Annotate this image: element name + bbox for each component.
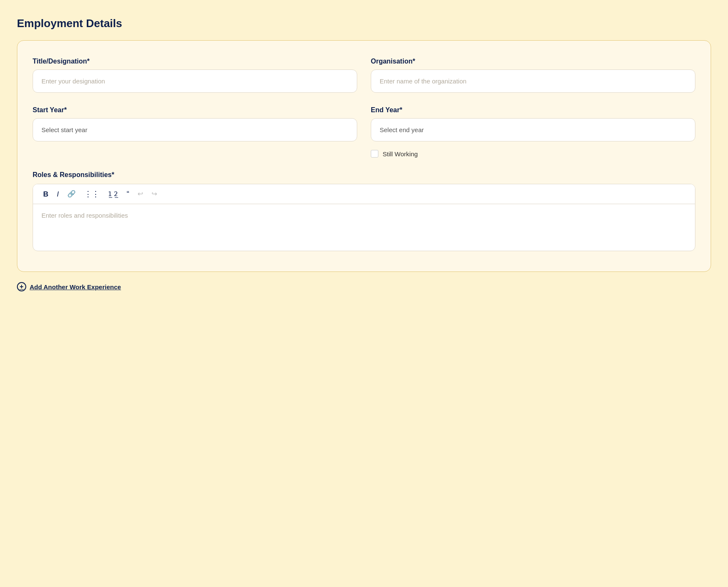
start-year-group: Start Year* Select start year (33, 106, 357, 158)
bold-button[interactable]: B (40, 189, 52, 199)
undo-icon: ↩ (138, 190, 143, 197)
roles-label: Roles & Responsibilities* (33, 171, 695, 179)
page-title: Employment Details (17, 17, 711, 30)
add-experience-button[interactable]: + Add Another Work Experience (17, 282, 121, 291)
org-label: Organisation* (371, 58, 695, 65)
editor-toolbar: B I 🔗 ⋮⋮ 1̲ 2̲ “ ↩ ↪ (33, 184, 695, 204)
still-working-checkbox[interactable] (371, 150, 378, 158)
end-year-wrapper: Select end year (371, 118, 695, 141)
still-working-row: Still Working (371, 150, 695, 158)
start-year-wrapper: Select start year (33, 118, 357, 141)
undo-button[interactable]: ↩ (134, 189, 146, 199)
quote-button[interactable]: “ (123, 188, 132, 199)
redo-icon: ↪ (152, 190, 157, 197)
roles-editor[interactable]: Enter roles and responsibilities (33, 204, 695, 251)
end-year-group: End Year* Select end year Still Working (371, 106, 695, 158)
italic-button[interactable]: I (53, 189, 62, 199)
add-experience-row: + Add Another Work Experience (17, 282, 711, 291)
start-year-select[interactable]: Select start year (33, 118, 357, 141)
bullet-list-icon: ⋮⋮ (84, 190, 99, 198)
roles-placeholder: Enter roles and responsibilities (41, 212, 128, 219)
rich-text-editor: B I 🔗 ⋮⋮ 1̲ 2̲ “ ↩ ↪ (33, 184, 695, 251)
bullet-list-button[interactable]: ⋮⋮ (81, 188, 103, 199)
employment-form-card: Title/Designation* Organisation* Start Y… (17, 40, 711, 272)
still-working-label: Still Working (383, 150, 418, 158)
link-icon: 🔗 (67, 190, 76, 197)
add-circle-icon: + (17, 282, 26, 291)
title-group: Title/Designation* (33, 58, 357, 93)
end-year-label: End Year* (371, 106, 695, 114)
row-years: Start Year* Select start year End Year* … (33, 106, 695, 158)
ordered-list-icon: 1̲ 2̲ (108, 190, 118, 197)
title-label: Title/Designation* (33, 58, 357, 65)
redo-button[interactable]: ↪ (148, 189, 160, 199)
org-group: Organisation* (371, 58, 695, 93)
start-year-label: Start Year* (33, 106, 357, 114)
end-year-select[interactable]: Select end year (371, 118, 695, 141)
title-input[interactable] (33, 69, 357, 93)
link-button[interactable]: 🔗 (64, 189, 79, 199)
roles-section: Roles & Responsibilities* B I 🔗 ⋮⋮ 1̲ 2̲… (33, 171, 695, 251)
quote-icon: “ (127, 190, 129, 198)
add-experience-label: Add Another Work Experience (30, 283, 121, 291)
ordered-list-button[interactable]: 1̲ 2̲ (105, 189, 121, 199)
row-title-org: Title/Designation* Organisation* (33, 58, 695, 93)
org-input[interactable] (371, 69, 695, 93)
